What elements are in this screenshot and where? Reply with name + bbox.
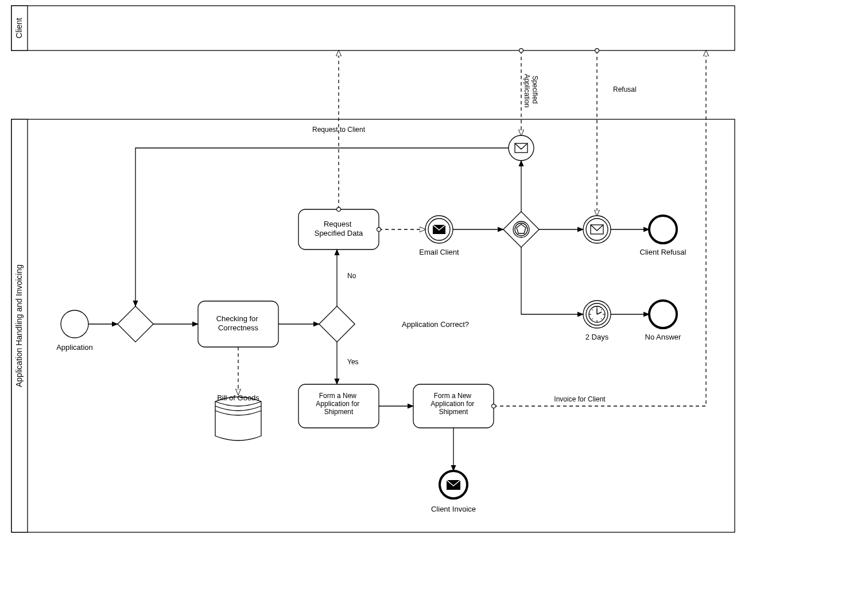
pool-client: Client [11, 6, 735, 50]
end-event-client-refusal [649, 216, 677, 243]
event-email-client [425, 216, 453, 243]
event-message-catch-refusal [583, 216, 611, 243]
start-event-label: Application [56, 343, 93, 352]
msg-specified-application-label: Specified Application [523, 74, 539, 108]
msg-refusal-label: Refusal [613, 85, 637, 93]
msg-request-to-client-label: Request to Client [312, 126, 366, 134]
msg-invoice-label: Invoice for Client [554, 395, 606, 403]
start-event [61, 310, 88, 338]
gateway-yes-label: Yes [347, 358, 359, 366]
gateway-no-label: No [347, 272, 356, 280]
event-timer-label: 2 Days [585, 333, 609, 341]
pool-process-label: Application Handling and Invoicing [14, 264, 24, 387]
pool-client-label: Client [14, 18, 24, 38]
event-email-client-label: Email Client [419, 248, 459, 256]
end-event-no-answer [649, 301, 677, 328]
event-message-catch-specified [509, 135, 534, 161]
end-event-client-invoice [440, 471, 467, 498]
task-check-label-l1: Checking for Correctness [216, 314, 261, 332]
datastore-label: Bill of Goods [217, 393, 259, 402]
gateway-question-label: Application Correct? [402, 320, 469, 329]
bpmn-diagram: Client Application Handling and Invoicin… [0, 0, 861, 616]
event-timer-2days [583, 301, 611, 328]
end-client-invoice-label: Client Invoice [431, 505, 476, 513]
svg-rect-1 [11, 6, 735, 50]
datastore-bill-of-goods [215, 397, 261, 440]
end-no-answer-label: No Answer [645, 333, 682, 341]
end-client-refusal-label: Client Refusal [640, 248, 687, 256]
